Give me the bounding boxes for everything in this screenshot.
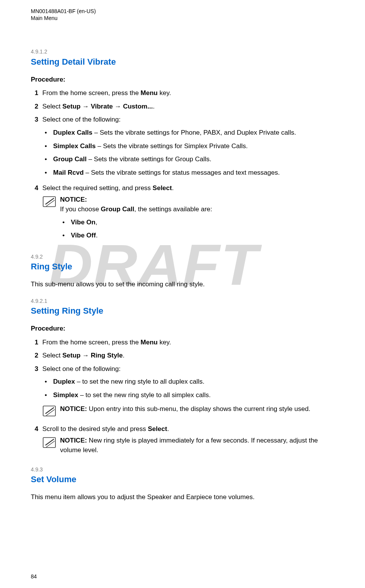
step: 1 From the home screen, press the Menu k… [31, 87, 334, 100]
text: . [153, 103, 155, 110]
text: From the home screen, press the [42, 339, 141, 346]
step: 2 Select Setup → Vibrate → Custom.... [31, 100, 334, 114]
step-number: 2 [31, 102, 42, 112]
step-text: Select Setup → Ring Style. [42, 351, 334, 361]
text: – Sets the vibrate settings for Simplex … [96, 142, 248, 150]
section-description: This sub-menu allows you to set the inco… [31, 280, 334, 289]
option-name: Group Call [53, 155, 87, 163]
option-text: Simplex – to set the new ring style to a… [53, 391, 334, 400]
notice-block: NOTICE: If you choose Group Call, the se… [42, 195, 334, 242]
option-name: Duplex Calls [53, 129, 92, 136]
step: 4 Scroll to the desired style and press … [31, 423, 334, 457]
step-number: 2 [31, 351, 42, 361]
text: – to set the new ring style to all duple… [75, 378, 204, 385]
option-list: •Duplex – to set the new ring style to a… [42, 375, 334, 402]
step-number: 3 [31, 364, 42, 417]
notice-text: Upon entry into this sub-menu, the displ… [87, 405, 310, 413]
option-name: Simplex [53, 391, 78, 399]
step-text: Select one of the following: [42, 116, 121, 123]
step-text: Select the required setting, and press S… [42, 184, 174, 192]
text: From the home screen, press the [42, 89, 141, 97]
list-item: •Vibe Off. [60, 229, 334, 242]
text: , the settings available are: [134, 205, 212, 213]
step: 3 Select one of the following: •Duplex –… [31, 362, 334, 419]
procedure-steps: 1 From the home screen, press the Menu k… [31, 336, 334, 457]
notice-text: If you choose Group Call, the settings a… [60, 205, 334, 214]
text: key. [158, 89, 171, 97]
notice-body: NOTICE: New ring style is played immedia… [60, 436, 334, 455]
text: , [95, 219, 97, 226]
procedure-label: Procedure: [31, 324, 334, 334]
text: key. [158, 339, 171, 346]
menu-path-item: Custom... [123, 103, 152, 110]
bullet: • [60, 231, 71, 241]
page-number: 84 [31, 573, 37, 580]
option-text: Duplex Calls – Sets the vibrate settings… [53, 128, 334, 138]
step-number: 4 [31, 184, 42, 242]
section-title: Setting Ring Style [31, 305, 334, 317]
section-number: 4.9.2.1 [31, 297, 334, 305]
text: – Sets the vibrate settings for Phone, P… [92, 129, 296, 136]
notice-text: New ring style is played immediately for… [60, 437, 318, 454]
text: – Sets the vibrate settings for Group Ca… [87, 155, 211, 163]
menu-path-item: Setup [62, 103, 80, 110]
list-item: •Simplex – to set the new ring style to … [42, 389, 334, 402]
option-name: Simplex Calls [53, 142, 96, 150]
option-name: Vibe On [71, 219, 95, 226]
step-text: From the home screen, press the Menu key… [42, 338, 334, 347]
notice-icon [42, 404, 60, 417]
text: Select [42, 103, 62, 110]
menu-path-item: Ring Style [91, 352, 123, 359]
list-item: •Duplex Calls – Sets the vibrate setting… [42, 126, 334, 140]
step-text: Scroll to the desired style and press Se… [42, 425, 169, 433]
menu-path-item: Vibrate [91, 103, 113, 110]
notice-label: NOTICE: [60, 437, 87, 444]
text: → [80, 103, 90, 110]
section-number: 4.9.2 [31, 253, 334, 261]
option-name: Vibe Off [71, 232, 96, 239]
step-text: Select Setup → Vibrate → Custom.... [42, 102, 334, 112]
step-body: Select the required setting, and press S… [42, 184, 334, 242]
procedure-label: Procedure: [31, 75, 334, 85]
option-text: Duplex – to set the new ring style to al… [53, 377, 334, 387]
step: 4 Select the required setting, and press… [31, 182, 334, 244]
bullet: • [42, 128, 53, 138]
bullet: • [42, 391, 53, 400]
list-item: •Mail Rcvd – Sets the vibrate settings f… [42, 166, 334, 180]
step-number: 1 [31, 89, 42, 98]
text: → [113, 103, 123, 110]
notice-block: NOTICE: New ring style is played immedia… [42, 436, 334, 455]
bullet: • [60, 218, 71, 227]
text: . [123, 352, 125, 359]
option-name: Mail Rcvd [53, 169, 84, 176]
notice-options: •Vibe On, •Vibe Off. [60, 216, 334, 242]
notice-label: NOTICE: [60, 405, 87, 413]
step-text: From the home screen, press the Menu key… [42, 89, 334, 98]
notice-icon [42, 436, 60, 455]
notice-body: NOTICE: Upon entry into this sub-menu, t… [60, 404, 334, 417]
section-title: Set Volume [31, 473, 334, 486]
key-name: Menu [141, 339, 157, 346]
option-text: Group Call – Sets the vibrate settings f… [53, 155, 334, 164]
bullet: • [42, 142, 53, 151]
step: 1 From the home screen, press the Menu k… [31, 336, 334, 349]
text: – Sets the vibrate settings for status m… [84, 169, 280, 176]
doc-id: MN001488A01-BF (en-US) [31, 8, 334, 15]
section-title: Ring Style [31, 261, 334, 273]
procedure-steps: 1 From the home screen, press the Menu k… [31, 87, 334, 244]
text: If you choose [60, 205, 101, 213]
option-name: Duplex [53, 378, 75, 385]
section-description: This menu item allows you to adjust the … [31, 493, 334, 502]
list-item: •Simplex Calls – Sets the vibrate settin… [42, 140, 334, 153]
step-text: Select one of the following: [42, 365, 121, 373]
option-name: Group Call [101, 205, 134, 213]
step: 3 Select one of the following: •Duplex C… [31, 113, 334, 181]
list-item: •Group Call – Sets the vibrate settings … [42, 153, 334, 166]
step-body: Select one of the following: •Duplex Cal… [42, 115, 334, 179]
option-text: Vibe Off. [71, 231, 334, 241]
step-body: Scroll to the desired style and press Se… [42, 424, 334, 455]
doc-section: Main Menu [31, 15, 334, 22]
bullet: • [42, 155, 53, 164]
key-name: Menu [141, 89, 157, 97]
option-text: Mail Rcvd – Sets the vibrate settings fo… [53, 168, 334, 178]
